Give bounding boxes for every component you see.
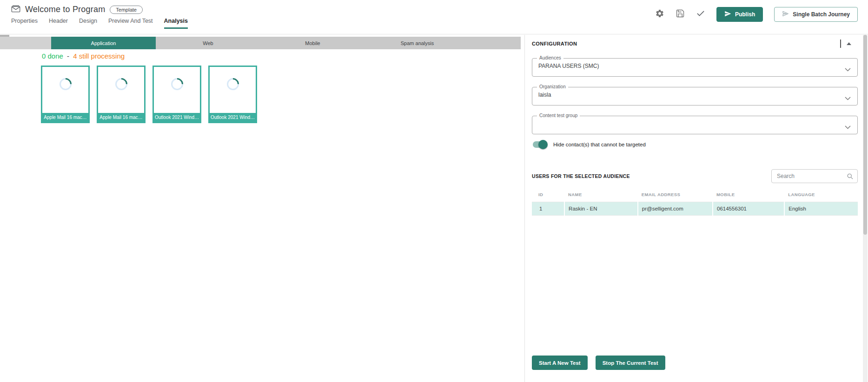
- organization-select[interactable]: Organization laisla: [532, 87, 858, 105]
- content-area: Application Web Mobile Spam analysis 0 d…: [0, 35, 868, 382]
- client-tab-fill: [470, 37, 521, 49]
- vertical-scrollbar-thumb[interactable]: [863, 35, 867, 235]
- publish-button[interactable]: Publish: [716, 7, 763, 22]
- loading-spinner-icon: [168, 76, 186, 93]
- status-processing-count: 4 still processing: [73, 52, 125, 60]
- header-actions: Publish Single Batch Journey: [655, 0, 858, 34]
- cell-mobile: 0614556301: [713, 202, 784, 216]
- vertical-scrollbar[interactable]: [863, 35, 868, 382]
- audiences-label: Audiences: [537, 55, 563, 60]
- content-test-group-label: Content test group: [537, 113, 580, 118]
- table-row[interactable]: 1 Raskin - EN pr@selligent.com 061455630…: [532, 202, 858, 216]
- analysis-pane: Application Web Mobile Spam analysis 0 d…: [0, 35, 524, 382]
- email-icon: [11, 5, 20, 14]
- title-row: Welcome to Program Template: [11, 5, 188, 14]
- tab-design[interactable]: Design: [79, 18, 97, 29]
- status-done-count: 0 done: [42, 52, 63, 60]
- tab-properties[interactable]: Properties: [11, 18, 38, 29]
- column-header-language: LANGUAGE: [784, 188, 858, 202]
- organization-label: Organization: [537, 84, 568, 89]
- gear-icon: [655, 9, 664, 20]
- check-icon: [696, 9, 705, 20]
- audiences-select[interactable]: Audiences PARANA USERS (SMC): [532, 58, 858, 77]
- preview-card-label: Apple Mail 16 mac…: [42, 113, 88, 122]
- preview-card[interactable]: Outlook 2021 Wind…: [152, 66, 201, 123]
- save-icon: [676, 9, 685, 20]
- single-batch-journey-label: Single Batch Journey: [793, 11, 850, 18]
- header-left: Welcome to Program Template Properties H…: [11, 0, 188, 34]
- preview-card[interactable]: Outlook 2021 Wind…: [208, 66, 257, 123]
- loading-spinner-icon: [224, 76, 241, 93]
- main-tabs: Properties Header Design Preview And Tes…: [11, 18, 188, 29]
- client-tab-application[interactable]: Application: [51, 37, 156, 49]
- single-batch-journey-button[interactable]: Single Batch Journey: [774, 7, 858, 22]
- chevron-down-icon: [845, 123, 851, 131]
- preview-card-body: [98, 67, 144, 113]
- preview-card[interactable]: Apple Mail 16 mac…: [97, 66, 146, 123]
- tab-analysis[interactable]: Analysis: [164, 18, 188, 29]
- cell-name: Raskin - EN: [564, 202, 638, 216]
- preview-card[interactable]: Apple Mail 16 mac…: [41, 66, 90, 123]
- column-header-email: EMAIL ADDRESS: [638, 188, 713, 202]
- template-badge: Template: [110, 6, 143, 14]
- test-actions: Start A New Test Stop The Current Test: [532, 356, 858, 370]
- preview-card-label: Outlook 2021 Wind…: [210, 113, 256, 122]
- settings-button[interactable]: [655, 9, 664, 20]
- stop-current-test-button[interactable]: Stop The Current Test: [596, 356, 665, 370]
- client-tab-spam-analysis[interactable]: Spam analysis: [365, 37, 470, 49]
- column-header-name: NAME: [564, 188, 638, 202]
- app-window: Welcome to Program Template Properties H…: [0, 0, 868, 382]
- column-header-id: ID: [532, 188, 564, 202]
- app-header: Welcome to Program Template Properties H…: [0, 0, 868, 34]
- collapse-panel-icon[interactable]: [847, 42, 851, 45]
- client-tab-spacer: [0, 37, 51, 49]
- panel-divider: [840, 40, 841, 48]
- preview-card-body: [210, 67, 256, 113]
- chevron-down-icon: [845, 65, 851, 73]
- search-box: [771, 169, 858, 183]
- validate-button[interactable]: [696, 9, 705, 20]
- search-input[interactable]: [771, 169, 858, 183]
- cell-id: 1: [532, 202, 564, 216]
- configuration-panel: CONFIGURATION Audiences PARANA USERS (SM…: [524, 35, 868, 382]
- toggle-knob: [538, 140, 548, 149]
- client-tab-web[interactable]: Web: [156, 37, 260, 49]
- users-table-header-row: ID NAME EMAIL ADDRESS MOBILE LANGUAGE: [532, 188, 858, 202]
- cell-email: pr@selligent.com: [638, 202, 713, 216]
- loading-spinner-icon: [57, 76, 74, 93]
- hide-contacts-toggle-label: Hide contact(s) that cannot be targeted: [553, 142, 646, 147]
- users-section-header: USERS FOR THE SELECTED AUDIENCE: [532, 169, 858, 183]
- status-separator: -: [67, 52, 69, 60]
- audiences-value: PARANA USERS (SMC): [532, 59, 857, 69]
- chevron-down-icon: [845, 94, 851, 102]
- preview-card-list: Apple Mail 16 mac… Apple Mail 16 mac… Ou…: [41, 66, 257, 123]
- processing-status: 0 done - 4 still processing: [42, 52, 125, 60]
- preview-card-label: Outlook 2021 Wind…: [154, 113, 200, 122]
- panel-controls: [840, 40, 851, 48]
- users-table: ID NAME EMAIL ADDRESS MOBILE LANGUAGE 1 …: [532, 188, 858, 216]
- client-tab-bar: Application Web Mobile Spam analysis: [0, 37, 521, 49]
- preview-card-label: Apple Mail 16 mac…: [98, 113, 144, 122]
- hide-contacts-toggle-row: Hide contact(s) that cannot be targeted: [532, 141, 858, 148]
- page-title: Welcome to Program: [25, 5, 105, 14]
- hide-contacts-toggle[interactable]: [533, 141, 547, 148]
- client-tab-mobile[interactable]: Mobile: [260, 37, 365, 49]
- users-section-title: USERS FOR THE SELECTED AUDIENCE: [532, 173, 630, 179]
- configuration-header: CONFIGURATION: [532, 40, 858, 48]
- save-button[interactable]: [676, 9, 685, 20]
- tab-header[interactable]: Header: [49, 18, 68, 29]
- preview-card-body: [154, 67, 200, 113]
- loading-spinner-icon: [113, 76, 130, 93]
- content-test-group-value: [532, 116, 857, 120]
- preview-card-body: [42, 67, 88, 113]
- content-test-group-select[interactable]: Content test group: [532, 116, 858, 134]
- configuration-title: CONFIGURATION: [532, 41, 577, 46]
- publish-label: Publish: [735, 11, 755, 18]
- search-icon: [847, 173, 854, 180]
- tab-preview-and-test[interactable]: Preview And Test: [108, 18, 153, 29]
- cell-language: English: [784, 202, 858, 216]
- organization-value: laisla: [532, 87, 857, 98]
- start-new-test-button[interactable]: Start A New Test: [532, 356, 588, 370]
- paper-plane-icon: [724, 10, 731, 19]
- paper-plane-outline-icon: [782, 10, 789, 19]
